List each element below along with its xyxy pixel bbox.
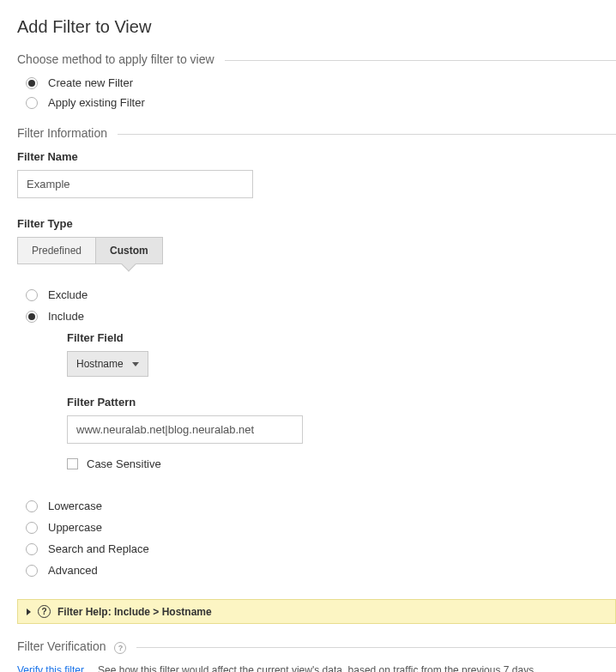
- checkbox-label: Case Sensitive: [87, 457, 161, 470]
- method-section-header: Choose method to apply filter to view: [17, 52, 616, 66]
- radio-icon: [26, 97, 38, 109]
- filter-pattern-block: Filter Pattern: [67, 396, 616, 444]
- help-bar-text: Filter Help: Include > Hostname: [57, 606, 212, 618]
- page-title: Add Filter to View: [17, 17, 616, 37]
- radio-label: Create new Filter: [48, 76, 133, 89]
- filter-help-bar[interactable]: ? Filter Help: Include > Hostname: [17, 599, 616, 624]
- filter-type-label: Filter Type: [17, 217, 616, 230]
- caret-right-icon: [27, 608, 31, 615]
- radio-label: Include: [48, 310, 84, 323]
- verify-filter-link[interactable]: Verify this filter: [17, 664, 84, 672]
- verify-row: Verify this filter See how this filter w…: [17, 664, 616, 672]
- tab-custom-label: Custom: [110, 245, 148, 257]
- filter-name-label: Filter Name: [17, 150, 616, 163]
- divider: [225, 60, 616, 61]
- verification-section-header: Filter Verification ?: [17, 639, 616, 654]
- radio-icon: [26, 543, 38, 555]
- filter-field-dropdown[interactable]: Hostname: [67, 351, 148, 377]
- filter-field-label: Filter Field: [67, 331, 616, 344]
- divider: [136, 647, 616, 648]
- filter-type-block: Filter Type Predefined Custom: [17, 217, 616, 264]
- method-create-new[interactable]: Create new Filter: [26, 76, 616, 89]
- help-icon: ?: [38, 605, 51, 618]
- radio-icon: [26, 500, 38, 512]
- radio-icon: [26, 289, 38, 301]
- option-advanced[interactable]: Advanced: [26, 564, 616, 577]
- radio-label: Search and Replace: [48, 542, 149, 555]
- method-apply-existing[interactable]: Apply existing Filter: [26, 96, 616, 109]
- tab-predefined[interactable]: Predefined: [17, 237, 96, 264]
- method-radio-group: Create new Filter Apply existing Filter: [26, 76, 616, 109]
- filter-name-input[interactable]: [17, 170, 253, 198]
- filter-name-block: Filter Name: [17, 150, 616, 198]
- radio-icon: [26, 77, 38, 89]
- option-lowercase[interactable]: Lowercase: [26, 499, 616, 512]
- method-section-title: Choose method to apply filter to view: [17, 52, 214, 66]
- option-include[interactable]: Include: [26, 310, 616, 323]
- caret-down-icon: [132, 362, 139, 366]
- divider: [118, 134, 616, 135]
- case-sensitive-checkbox[interactable]: Case Sensitive: [67, 457, 616, 470]
- radio-icon: [26, 565, 38, 577]
- radio-label: Lowercase: [48, 499, 102, 512]
- filter-type-tabs: Predefined Custom: [17, 237, 616, 264]
- radio-label: Uppercase: [48, 521, 102, 534]
- custom-options-group: Exclude Include Filter Field Hostname Fi…: [26, 288, 616, 577]
- help-icon[interactable]: ?: [114, 642, 126, 654]
- radio-label: Exclude: [48, 288, 88, 301]
- radio-label: Apply existing Filter: [48, 96, 145, 109]
- filter-pattern-input[interactable]: [67, 415, 303, 444]
- include-settings: Filter Field Hostname Filter Pattern Cas…: [67, 331, 616, 470]
- info-section-header: Filter Information: [17, 126, 616, 140]
- dropdown-value: Hostname: [76, 358, 124, 370]
- option-exclude[interactable]: Exclude: [26, 288, 616, 301]
- verification-title: Filter Verification ?: [17, 639, 126, 654]
- radio-icon: [26, 522, 38, 534]
- verify-description: See how this filter would affect the cur…: [98, 664, 536, 672]
- tab-notch-icon: [122, 257, 136, 272]
- tab-custom[interactable]: Custom: [96, 237, 163, 264]
- checkbox-icon: [67, 458, 78, 469]
- info-section-title: Filter Information: [17, 126, 107, 140]
- verification-title-text: Filter Verification: [17, 639, 106, 653]
- radio-icon: [26, 311, 38, 323]
- option-search-replace[interactable]: Search and Replace: [26, 542, 616, 555]
- radio-label: Advanced: [48, 564, 98, 577]
- filter-pattern-label: Filter Pattern: [67, 396, 616, 409]
- option-uppercase[interactable]: Uppercase: [26, 521, 616, 534]
